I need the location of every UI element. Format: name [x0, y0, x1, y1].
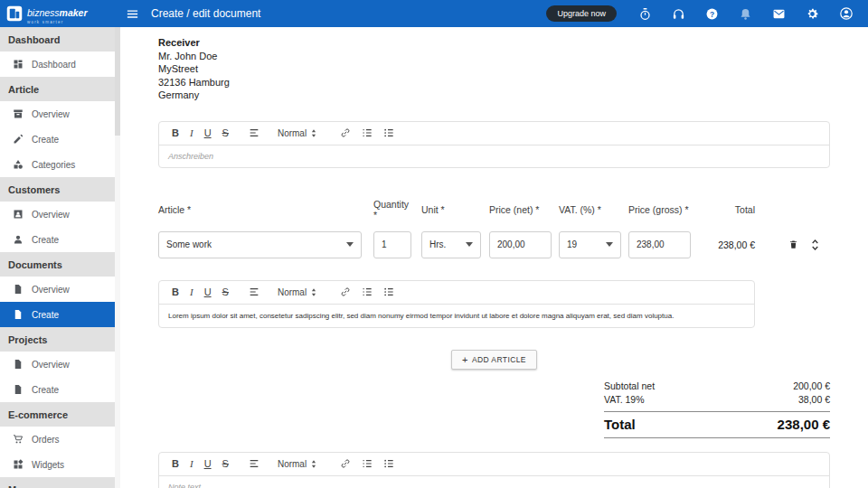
headphones-icon[interactable] — [672, 7, 685, 21]
sidebar-item-projects-overview[interactable]: Overview — [0, 352, 115, 377]
sidebar-item-orders[interactable]: Orders — [0, 427, 115, 452]
bullet-list-icon[interactable] — [378, 281, 400, 303]
subtotal-row: Subtotal net 200,00 € — [604, 380, 830, 393]
italic-button[interactable]: I — [184, 281, 199, 303]
ordered-list-icon[interactable] — [356, 122, 378, 144]
underline-button[interactable]: U — [199, 281, 217, 303]
bullet-list-icon[interactable] — [378, 122, 400, 144]
topbar-actions: Upgrade now ? — [546, 5, 868, 22]
topbar: biznessmaker work smarter Create / edit … — [0, 0, 868, 27]
dashboard-icon — [13, 59, 24, 70]
sidebar: Dashboard Dashboard Article Overview Cre… — [0, 27, 120, 488]
delete-icon[interactable] — [788, 239, 798, 250]
sidebar-item-customers-create[interactable]: Create — [0, 227, 115, 252]
strikethrough-button[interactable]: S — [217, 281, 234, 303]
timer-icon[interactable] — [638, 7, 652, 21]
ordered-list-icon[interactable] — [356, 453, 378, 474]
article-description-input[interactable]: Lorem ipsum dolor sit amet, consetetur s… — [159, 305, 754, 327]
header-price-gross: Price (gross) * — [628, 204, 691, 215]
bullet-list-icon[interactable] — [378, 453, 400, 474]
notifications-icon[interactable] — [739, 7, 752, 21]
sidebar-item-article-create[interactable]: Create — [0, 127, 115, 152]
bold-button[interactable]: B — [166, 122, 184, 144]
align-icon[interactable] — [243, 453, 265, 474]
bold-button[interactable]: B — [166, 281, 184, 303]
upgrade-button[interactable]: Upgrade now — [546, 5, 617, 22]
align-icon[interactable] — [243, 281, 265, 303]
article-description-editor: B I U S Normal Lorem ipsum dolor sit ame… — [158, 280, 755, 328]
header-quantity: Quantity * — [373, 199, 411, 221]
add-article-wrap: + ADD ARTICLE — [158, 350, 830, 370]
account-icon[interactable] — [839, 6, 854, 21]
article-row: Some work Hrs. 19 238,00 € — [158, 231, 830, 258]
bold-button[interactable]: B — [166, 453, 184, 474]
pencil-icon — [13, 134, 24, 145]
strikethrough-button[interactable]: S — [217, 453, 234, 474]
reorder-icon[interactable] — [811, 239, 819, 251]
sidebar-item-projects-create[interactable]: Create — [0, 377, 115, 402]
menu-icon[interactable] — [120, 7, 144, 21]
sidebar-item-documents-create[interactable]: Create — [0, 302, 115, 327]
article-select[interactable]: Some work — [158, 231, 362, 258]
ordered-list-icon[interactable] — [356, 281, 378, 303]
receiver-line: Germany — [158, 89, 830, 102]
sidebar-section-customers: Customers — [0, 177, 115, 202]
chevron-down-icon — [606, 242, 613, 247]
italic-button[interactable]: I — [184, 122, 199, 144]
sidebar-scrollbar[interactable] — [115, 27, 120, 488]
link-icon[interactable] — [335, 122, 356, 144]
sidebar-item-documents-overview[interactable]: Overview — [0, 277, 115, 302]
price-gross-input[interactable] — [628, 231, 691, 258]
sidebar-item-article-overview[interactable]: Overview — [0, 101, 115, 127]
link-icon[interactable] — [335, 281, 356, 303]
strikethrough-button[interactable]: S — [217, 122, 234, 144]
cover-letter-input[interactable]: Anschreiben — [159, 145, 829, 167]
sidebar-item-dashboard[interactable]: Dashboard — [0, 52, 115, 77]
receiver-line: Mr. John Doe — [158, 50, 830, 63]
editor-toolbar: B I U S Normal — [159, 453, 829, 476]
updown-icon — [311, 459, 316, 469]
editor-toolbar: B I U S Normal — [159, 122, 829, 145]
header-vat: VAT. (%) * — [559, 204, 621, 215]
svg-text:?: ? — [710, 9, 714, 18]
vat-select[interactable]: 19 — [559, 231, 621, 258]
sidebar-scrollbar-thumb[interactable] — [115, 27, 120, 136]
italic-button[interactable]: I — [184, 453, 199, 474]
sidebar-item-widgets[interactable]: Widgets — [0, 452, 115, 477]
mail-icon[interactable] — [772, 7, 786, 21]
sidebar-section-projects: Projects — [0, 327, 115, 352]
settings-icon[interactable] — [806, 7, 819, 21]
sidebar-section-more: More — [0, 477, 115, 488]
vat-label: VAT. 19% — [604, 393, 645, 407]
total-label: Total — [604, 417, 636, 432]
sidebar-item-customers-overview[interactable]: Overview — [0, 202, 115, 227]
sidebar-section-documents: Documents — [0, 252, 115, 277]
brand-name: biznessmaker — [27, 7, 88, 18]
brand-logo[interactable]: biznessmaker work smarter — [0, 0, 120, 27]
format-select[interactable]: Normal — [272, 453, 322, 474]
document-icon — [13, 359, 24, 370]
total-value: 238,00 € — [778, 417, 830, 432]
document-icon — [13, 284, 24, 295]
categories-icon — [13, 159, 24, 170]
article-table-header: Article * Quantity * Unit * Price (net) … — [158, 199, 830, 221]
chevron-down-icon — [466, 242, 473, 247]
underline-button[interactable]: U — [199, 122, 217, 144]
align-icon[interactable] — [243, 122, 265, 144]
unit-select[interactable]: Hrs. — [421, 231, 481, 258]
receiver-block: Receiver Mr. John Doe MyStreet 32136 Ham… — [158, 36, 830, 102]
quantity-input[interactable] — [373, 231, 411, 258]
format-select[interactable]: Normal — [272, 281, 322, 303]
link-icon[interactable] — [335, 453, 356, 474]
note-input[interactable]: Note text — [159, 476, 829, 488]
add-article-button[interactable]: + ADD ARTICLE — [451, 350, 537, 370]
format-select[interactable]: Normal — [272, 122, 322, 144]
help-icon[interactable]: ? — [705, 7, 719, 21]
underline-button[interactable]: U — [199, 453, 217, 474]
vat-value: 38,00 € — [798, 393, 830, 407]
subtotal-value: 200,00 € — [793, 380, 830, 393]
chevron-down-icon — [346, 242, 354, 247]
brand-tagline: work smarter — [27, 20, 88, 24]
price-net-input[interactable] — [489, 231, 552, 258]
sidebar-item-article-categories[interactable]: Categories — [0, 152, 115, 177]
